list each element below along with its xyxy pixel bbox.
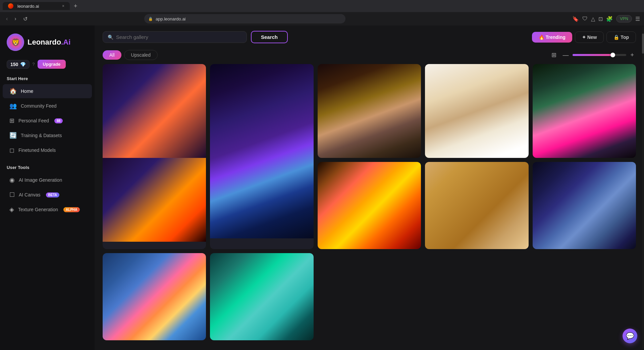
expand-btn-2[interactable]: ⤡ — [239, 67, 251, 78]
training-icon: 🔄 — [9, 132, 17, 139]
tab-close-btn[interactable]: × — [62, 4, 64, 8]
texture-icon: ◈ — [9, 206, 14, 213]
remix-btn-10[interactable]: ⤢ — [226, 256, 237, 267]
gallery-item-3[interactable]: ⊞ ⤢ ⤡ — [318, 64, 421, 158]
use-model-btn-2[interactable]: ⊞ — [213, 67, 224, 78]
credits-row: 150 💎 ? Upgrade — [0, 58, 95, 74]
sidebar-item-home[interactable]: 🏠 Home — [3, 84, 92, 98]
sidebar-label-home: Home — [21, 89, 33, 94]
sidebar-label-training: Training & Datasets — [21, 133, 62, 138]
remix-btn-2[interactable]: ⤢ — [226, 67, 237, 78]
top-button[interactable]: 🔒 Top — [606, 32, 636, 43]
forward-button[interactable]: › — [12, 14, 18, 23]
grid-view-button[interactable]: ⊞ — [550, 50, 558, 60]
zoom-out-button[interactable]: — — [560, 51, 571, 59]
sidebar-label-ai-image: AI Image Generation — [19, 177, 62, 183]
sidebar-label-personal: Personal Feed — [18, 118, 49, 123]
active-tab[interactable]: leonardo.ai × — [3, 2, 70, 10]
gallery-controls: All Upscaled ⊞ — + — [95, 49, 644, 64]
gallery-item-6[interactable]: ⊞ ⤢ ⤡ — [318, 162, 421, 249]
expand-btn-3[interactable]: ⤡ — [347, 67, 359, 78]
zoom-track[interactable] — [573, 54, 626, 56]
user-tools-label: User Tools — [0, 163, 95, 173]
logo-avatar: 🦁 — [7, 34, 24, 51]
main-layout: 🦁 Leonardo.Ai 150 💎 ? Upgrade Start Here… — [0, 25, 644, 350]
remix-btn-7[interactable]: ⤢ — [441, 165, 452, 176]
sidebar-item-training[interactable]: 🔄 Training & Datasets — [3, 128, 92, 142]
expand-btn-6[interactable]: ⤡ — [347, 165, 359, 176]
gallery-item-8[interactable]: ⊞ ⤢ ⤡ — [533, 162, 636, 249]
expand-btn-1[interactable]: ⤡ — [132, 67, 144, 78]
chat-bubble-button[interactable]: 💬 — [623, 329, 637, 343]
sidebar-label-texture: Texture Generation — [18, 207, 58, 212]
vpn-badge[interactable]: VPN — [616, 15, 632, 22]
lightning-icon[interactable]: △ — [591, 16, 595, 22]
new-tab-button[interactable]: + — [71, 3, 80, 10]
sidebar-item-personal-feed[interactable]: ⊞ Personal Feed 88 — [3, 114, 92, 128]
back-button[interactable]: ‹ — [4, 14, 10, 23]
use-model-btn-1[interactable]: ⊞ — [105, 67, 117, 78]
remix-btn-8[interactable]: ⤢ — [549, 165, 560, 176]
gallery-item-4[interactable]: ⊞ ⤢ — [425, 64, 528, 158]
use-model-btn-8[interactable]: ⊞ — [535, 165, 547, 176]
zoom-thumb — [610, 53, 615, 57]
shield-icon[interactable]: 🛡 — [582, 16, 588, 22]
search-input[interactable] — [116, 34, 242, 40]
remix-btn-1[interactable]: ⤢ — [119, 67, 130, 78]
expand-btn-7[interactable]: ⤡ — [454, 165, 466, 176]
address-bar[interactable]: 🔒 app.leonardo.ai — [144, 14, 345, 23]
gallery-item-7[interactable]: ⊞ ⤢ ⤡ — [425, 162, 528, 249]
search-button[interactable]: Search — [251, 31, 288, 43]
extensions-icon[interactable]: 🧩 — [606, 16, 613, 22]
zoom-in-button[interactable]: + — [628, 51, 636, 59]
upgrade-button[interactable]: Upgrade — [38, 60, 66, 69]
remix-btn-4[interactable]: ⤢ — [441, 67, 452, 78]
ai-image-icon: ◉ — [9, 176, 15, 184]
credits-badge: 150 💎 — [7, 60, 30, 69]
search-icon: 🔍 — [108, 35, 113, 40]
tab-upscaled[interactable]: Upscaled — [124, 50, 158, 60]
remix-btn-3[interactable]: ⤢ — [334, 67, 345, 78]
grid-controls: ⊞ — + — [550, 50, 636, 60]
sidebar-item-ai-canvas[interactable]: ☐ AI Canvas BETA — [3, 188, 92, 202]
menu-icon[interactable]: ☰ — [635, 16, 640, 22]
credits-value: 150 — [10, 62, 18, 67]
browser-actions: 🔖 🛡 △ ⊡ 🧩 VPN ☰ — [572, 15, 640, 22]
use-model-btn-3[interactable]: ⊞ — [320, 67, 332, 78]
sidebar-item-community-feed[interactable]: 👥 Community Feed — [3, 99, 92, 113]
sidebar-item-ai-image-gen[interactable]: ◉ AI Image Generation — [3, 173, 92, 187]
remix-btn-6[interactable]: ⤢ — [334, 165, 345, 176]
gallery-item-5[interactable]: ⊞ — [533, 64, 636, 158]
gallery-header: 🔍 Search 🔥 Trending ✦ New 🔒 Top — [95, 25, 644, 49]
use-model-btn-6[interactable]: ⊞ — [320, 165, 332, 176]
scroll-indicator[interactable] — [642, 27, 644, 349]
new-button[interactable]: ✦ New — [575, 32, 604, 43]
tab-title: leonardo.ai — [17, 4, 39, 9]
trending-button[interactable]: 🔥 Trending — [532, 32, 572, 43]
gem-icon: 💎 — [20, 62, 26, 67]
credits-help-icon[interactable]: ? — [32, 62, 35, 67]
use-model-btn-4[interactable]: ⊞ — [428, 67, 439, 78]
sidebar-logo: 🦁 Leonardo.Ai — [0, 31, 95, 58]
gallery-item-1[interactable]: ⊞ ⤢ ⤡ — [103, 64, 206, 249]
expand-btn-8[interactable]: ⤡ — [562, 165, 574, 176]
svg-text:🦁: 🦁 — [11, 38, 20, 47]
gallery-item-9[interactable] — [103, 253, 206, 340]
gallery-item-10[interactable]: ⊞ ⤢ — [210, 253, 313, 340]
canvas-icon: ☐ — [9, 191, 15, 198]
use-model-btn-7[interactable]: ⊞ — [428, 165, 439, 176]
texture-badge: ALPHA — [63, 207, 79, 212]
sidebar-item-finetuned[interactable]: ◻ Finetuned Models — [3, 143, 92, 157]
use-model-btn-5[interactable]: ⊞ — [535, 67, 547, 78]
sidebar-item-texture-gen[interactable]: ◈ Texture Generation ALPHA — [3, 202, 92, 217]
gallery-item-2[interactable]: ⊞ ⤢ ⤡ — [210, 64, 313, 249]
community-icon: 👥 — [9, 102, 17, 110]
address-text: app.leonardo.ai — [156, 16, 186, 21]
bookmark-icon[interactable]: 🔖 — [572, 16, 579, 22]
sidebar-toggle-icon[interactable]: ⊡ — [598, 16, 603, 22]
use-model-btn-10[interactable]: ⊞ — [213, 256, 224, 267]
browser-chrome: leonardo.ai × + ‹ › ↺ 🔒 app.leonardo.ai … — [0, 0, 644, 25]
reload-button[interactable]: ↺ — [21, 14, 30, 23]
tab-all[interactable]: All — [103, 50, 121, 60]
zoom-fill — [573, 54, 613, 56]
